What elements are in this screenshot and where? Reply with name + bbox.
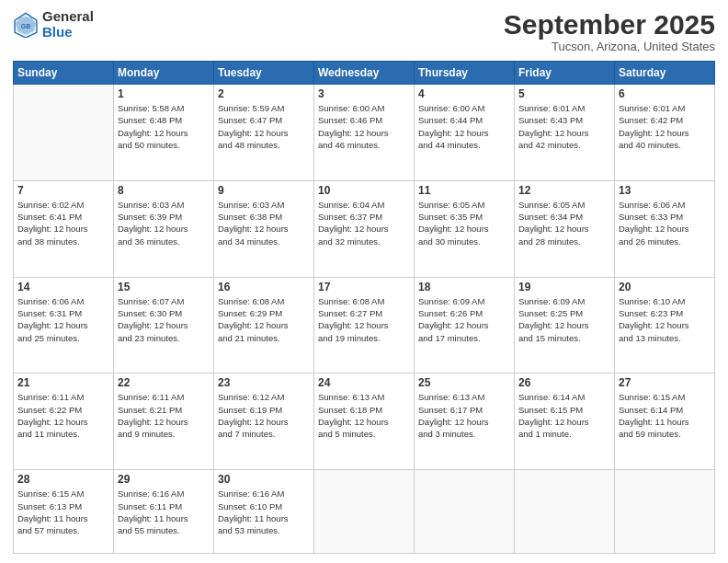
day-number: 3 — [318, 87, 410, 100]
day-cell: 25Sunrise: 6:13 AM Sunset: 6:17 PM Dayli… — [415, 373, 515, 470]
day-cell: 4Sunrise: 6:00 AM Sunset: 6:44 PM Daylig… — [415, 85, 515, 181]
day-cell — [14, 85, 114, 181]
day-info: Sunrise: 6:13 AM Sunset: 6:17 PM Dayligh… — [418, 391, 510, 440]
day-info: Sunrise: 6:03 AM Sunset: 6:39 PM Dayligh… — [118, 199, 210, 247]
day-cell: 1Sunrise: 5:58 AM Sunset: 6:48 PM Daylig… — [114, 85, 214, 181]
day-cell: 6Sunrise: 6:01 AM Sunset: 6:42 PM Daylig… — [615, 85, 715, 181]
day-cell: 17Sunrise: 6:08 AM Sunset: 6:27 PM Dayli… — [314, 277, 415, 373]
day-info: Sunrise: 6:06 AM Sunset: 6:31 PM Dayligh… — [17, 295, 109, 344]
day-cell: 14Sunrise: 6:06 AM Sunset: 6:31 PM Dayli… — [14, 277, 114, 373]
day-cell: 26Sunrise: 6:14 AM Sunset: 6:15 PM Dayli… — [515, 373, 615, 470]
week-row-1: 1Sunrise: 5:58 AM Sunset: 6:48 PM Daylig… — [14, 85, 715, 181]
day-number: 25 — [418, 376, 510, 389]
day-number: 22 — [118, 376, 210, 389]
day-cell: 10Sunrise: 6:04 AM Sunset: 6:37 PM Dayli… — [314, 180, 415, 277]
day-number: 15 — [118, 281, 210, 293]
logo-text: General Blue — [42, 9, 94, 40]
day-number: 4 — [418, 87, 510, 100]
day-number: 24 — [318, 376, 410, 389]
day-number: 30 — [218, 473, 310, 486]
day-cell: 23Sunrise: 6:12 AM Sunset: 6:19 PM Dayli… — [214, 373, 314, 470]
day-info: Sunrise: 6:08 AM Sunset: 6:27 PM Dayligh… — [318, 295, 410, 344]
day-cell: 21Sunrise: 6:11 AM Sunset: 6:22 PM Dayli… — [14, 373, 114, 470]
day-number: 17 — [318, 281, 410, 293]
day-number: 14 — [17, 281, 109, 293]
header-friday: Friday — [515, 62, 615, 85]
day-cell: 3Sunrise: 6:00 AM Sunset: 6:46 PM Daylig… — [314, 85, 415, 181]
day-cell — [615, 470, 715, 554]
day-info: Sunrise: 6:00 AM Sunset: 6:46 PM Dayligh… — [318, 102, 410, 151]
day-info: Sunrise: 6:13 AM Sunset: 6:18 PM Dayligh… — [318, 391, 410, 440]
day-number: 5 — [518, 87, 610, 100]
day-info: Sunrise: 6:16 AM Sunset: 6:10 PM Dayligh… — [218, 488, 310, 536]
day-number: 21 — [17, 376, 109, 389]
day-cell: 11Sunrise: 6:05 AM Sunset: 6:35 PM Dayli… — [415, 180, 515, 277]
day-cell: 28Sunrise: 6:15 AM Sunset: 6:13 PM Dayli… — [14, 470, 114, 554]
header-saturday: Saturday — [615, 62, 715, 85]
day-cell — [314, 470, 415, 554]
day-cell: 24Sunrise: 6:13 AM Sunset: 6:18 PM Dayli… — [314, 373, 415, 470]
header-tuesday: Tuesday — [214, 62, 314, 85]
day-info: Sunrise: 6:05 AM Sunset: 6:35 PM Dayligh… — [418, 199, 510, 247]
day-info: Sunrise: 6:01 AM Sunset: 6:43 PM Dayligh… — [518, 102, 610, 151]
logo: GB General Blue — [13, 9, 94, 40]
svg-text:GB: GB — [21, 23, 31, 29]
day-cell: 16Sunrise: 6:08 AM Sunset: 6:29 PM Dayli… — [214, 277, 314, 373]
day-number: 2 — [218, 87, 310, 100]
month-title: September 2025 — [504, 9, 715, 40]
day-info: Sunrise: 6:07 AM Sunset: 6:30 PM Dayligh… — [118, 295, 210, 344]
header-monday: Monday — [114, 62, 214, 85]
day-info: Sunrise: 6:05 AM Sunset: 6:34 PM Dayligh… — [518, 199, 610, 247]
day-number: 6 — [619, 87, 711, 100]
week-row-5: 28Sunrise: 6:15 AM Sunset: 6:13 PM Dayli… — [14, 470, 715, 554]
day-cell: 27Sunrise: 6:15 AM Sunset: 6:14 PM Dayli… — [615, 373, 715, 470]
day-cell: 19Sunrise: 6:09 AM Sunset: 6:25 PM Dayli… — [515, 277, 615, 373]
day-info: Sunrise: 6:15 AM Sunset: 6:13 PM Dayligh… — [17, 488, 109, 536]
day-number: 18 — [418, 281, 510, 293]
day-cell: 9Sunrise: 6:03 AM Sunset: 6:38 PM Daylig… — [214, 180, 314, 277]
day-cell: 5Sunrise: 6:01 AM Sunset: 6:43 PM Daylig… — [515, 85, 615, 181]
day-cell: 8Sunrise: 6:03 AM Sunset: 6:39 PM Daylig… — [114, 180, 214, 277]
page: GB General Blue September 2025 Tucson, A… — [0, 0, 728, 563]
header-wednesday: Wednesday — [314, 62, 415, 85]
day-info: Sunrise: 6:11 AM Sunset: 6:22 PM Dayligh… — [17, 391, 109, 440]
week-row-4: 21Sunrise: 6:11 AM Sunset: 6:22 PM Dayli… — [14, 373, 715, 470]
day-info: Sunrise: 6:15 AM Sunset: 6:14 PM Dayligh… — [619, 391, 711, 440]
title-block: September 2025 Tucson, Arizona, United S… — [504, 9, 715, 53]
day-info: Sunrise: 5:59 AM Sunset: 6:47 PM Dayligh… — [218, 102, 310, 151]
week-row-2: 7Sunrise: 6:02 AM Sunset: 6:41 PM Daylig… — [14, 180, 715, 277]
day-cell — [515, 470, 615, 554]
day-info: Sunrise: 6:09 AM Sunset: 6:26 PM Dayligh… — [418, 295, 510, 344]
day-number: 10 — [318, 184, 410, 197]
day-cell: 20Sunrise: 6:10 AM Sunset: 6:23 PM Dayli… — [615, 277, 715, 373]
day-info: Sunrise: 6:12 AM Sunset: 6:19 PM Dayligh… — [218, 391, 310, 440]
day-number: 13 — [619, 184, 711, 197]
day-cell: 22Sunrise: 6:11 AM Sunset: 6:21 PM Dayli… — [114, 373, 214, 470]
day-info: Sunrise: 6:02 AM Sunset: 6:41 PM Dayligh… — [17, 199, 109, 247]
day-number: 19 — [518, 281, 610, 293]
day-info: Sunrise: 6:04 AM Sunset: 6:37 PM Dayligh… — [318, 199, 410, 247]
week-row-3: 14Sunrise: 6:06 AM Sunset: 6:31 PM Dayli… — [14, 277, 715, 373]
day-info: Sunrise: 6:14 AM Sunset: 6:15 PM Dayligh… — [518, 391, 610, 440]
header-sunday: Sunday — [14, 62, 114, 85]
day-info: Sunrise: 6:06 AM Sunset: 6:33 PM Dayligh… — [619, 199, 711, 247]
day-info: Sunrise: 6:11 AM Sunset: 6:21 PM Dayligh… — [118, 391, 210, 440]
day-info: Sunrise: 5:58 AM Sunset: 6:48 PM Dayligh… — [118, 102, 210, 151]
header-thursday: Thursday — [415, 62, 515, 85]
day-number: 27 — [619, 376, 711, 389]
day-cell: 12Sunrise: 6:05 AM Sunset: 6:34 PM Dayli… — [515, 180, 615, 277]
location: Tucson, Arizona, United States — [504, 40, 715, 53]
day-cell: 29Sunrise: 6:16 AM Sunset: 6:11 PM Dayli… — [114, 470, 214, 554]
day-cell — [415, 470, 515, 554]
logo-icon: GB — [13, 12, 39, 38]
day-info: Sunrise: 6:00 AM Sunset: 6:44 PM Dayligh… — [418, 102, 510, 151]
day-number: 26 — [518, 376, 610, 389]
header: GB General Blue September 2025 Tucson, A… — [13, 9, 715, 53]
day-info: Sunrise: 6:09 AM Sunset: 6:25 PM Dayligh… — [518, 295, 610, 344]
day-number: 12 — [518, 184, 610, 197]
day-number: 9 — [218, 184, 310, 197]
day-number: 7 — [17, 184, 109, 197]
day-cell: 2Sunrise: 5:59 AM Sunset: 6:47 PM Daylig… — [214, 85, 314, 181]
day-cell: 7Sunrise: 6:02 AM Sunset: 6:41 PM Daylig… — [14, 180, 114, 277]
day-number: 8 — [118, 184, 210, 197]
